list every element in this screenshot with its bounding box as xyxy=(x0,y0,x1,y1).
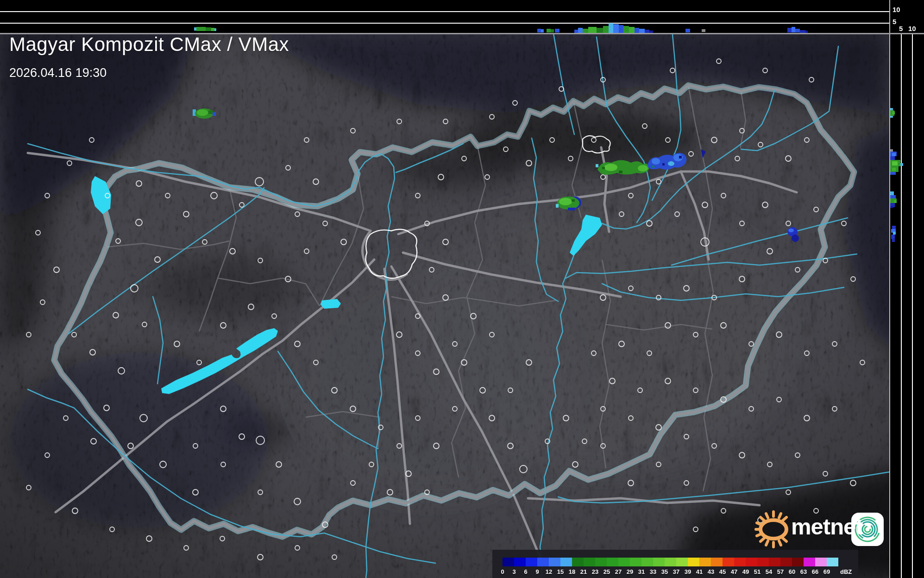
legend-segment xyxy=(572,558,584,566)
radar-echo xyxy=(568,208,575,210)
radar-echo xyxy=(619,171,622,173)
legend-segment xyxy=(618,558,630,566)
lake-velence xyxy=(321,299,341,309)
legend-segment xyxy=(653,558,665,566)
legend-tick-label: 23 xyxy=(589,568,601,575)
legend-segment xyxy=(827,558,838,566)
top-profile-5km-line xyxy=(0,23,889,24)
legend-tick-label: 18 xyxy=(566,568,578,575)
legend-tick-label: 39 xyxy=(682,568,694,575)
radar-echo xyxy=(208,110,213,114)
right-profile-10km-line xyxy=(912,33,913,578)
radar-echo xyxy=(604,164,617,171)
legend-segment xyxy=(676,558,688,566)
legend-tick-label: 63 xyxy=(798,568,810,575)
right-profile-strip xyxy=(890,0,924,578)
legend-segment xyxy=(780,558,792,566)
legend-tick-label: 45 xyxy=(717,568,729,575)
radar-echo xyxy=(559,198,572,205)
radar-echo xyxy=(652,165,654,168)
legend-segment xyxy=(734,558,746,566)
radar-echo xyxy=(792,235,799,242)
top-profile-10km-line xyxy=(0,11,889,12)
map-right-divider xyxy=(889,0,890,578)
legend-tick-label: 31 xyxy=(635,568,647,575)
legend-tick-label: 29 xyxy=(624,568,636,575)
radar-app-window: 10 5 5 10 Magyar Kompozit CMax / VMax 20… xyxy=(0,0,924,578)
legend-tick-label: 25 xyxy=(601,568,613,575)
legend-segment xyxy=(584,558,595,566)
legend-tick-label: 57 xyxy=(774,568,786,575)
legend-segment xyxy=(537,558,549,566)
legend-segment xyxy=(560,558,572,566)
legend-tick-label: 6 xyxy=(520,568,532,575)
legend-segment xyxy=(595,558,607,566)
top-profile-strip xyxy=(0,0,889,33)
radar-echo xyxy=(213,112,216,116)
top-axis-label-10: 10 xyxy=(893,6,900,13)
legend-segment xyxy=(815,558,827,566)
legend-tick-label: 49 xyxy=(740,568,752,575)
legend-tick-label: 51 xyxy=(751,568,763,575)
legend-segment xyxy=(630,558,641,566)
legend-segment xyxy=(665,558,676,566)
radar-echo xyxy=(602,167,605,169)
page-title: Magyar Kompozit CMax / VMax xyxy=(9,33,289,56)
legend-tick-label: 47 xyxy=(728,568,740,575)
legend-tick-label: 60 xyxy=(786,568,798,575)
radar-echo xyxy=(662,163,665,165)
dbz-unit-label: dBZ xyxy=(840,568,852,575)
radar-echo xyxy=(638,165,648,171)
radar-echo xyxy=(556,204,559,208)
legend-tick-label: 9 xyxy=(531,568,543,575)
right-axis-label-10: 10 xyxy=(908,25,916,32)
top-axis-label-5: 5 xyxy=(893,18,896,25)
legend-segment xyxy=(769,558,780,566)
legend-segment xyxy=(804,558,815,566)
legend-tick-label: 0 xyxy=(497,568,509,575)
legend-segment xyxy=(688,558,699,566)
legend-tick-label: 21 xyxy=(578,568,590,575)
radar-echo xyxy=(679,156,682,159)
legend-segment xyxy=(711,558,723,566)
legend-tick-label: 54 xyxy=(763,568,775,575)
timestamp: 2026.04.16 19:30 xyxy=(9,66,107,80)
sun-icon xyxy=(756,512,786,547)
logo-text: metnet xyxy=(791,514,863,540)
radar-map-canvas xyxy=(0,0,924,578)
radar-echo xyxy=(197,109,208,116)
legend-tick-label: 66 xyxy=(809,568,821,575)
legend-tick-label: 3 xyxy=(508,568,520,575)
legend-tick-label: 43 xyxy=(705,568,717,575)
dbz-legend: dBZ 036912151821232527293133353739414345… xyxy=(492,550,858,578)
legend-segment xyxy=(549,558,560,566)
legend-segment xyxy=(792,558,804,566)
legend-tick-label: 41 xyxy=(693,568,705,575)
legend-segment xyxy=(757,558,769,566)
legend-segment xyxy=(514,558,526,566)
legend-tick-label: 27 xyxy=(612,568,624,575)
legend-tick-label: 37 xyxy=(670,568,682,575)
legend-tick-label: 33 xyxy=(647,568,659,575)
legend-segment xyxy=(607,558,618,566)
legend-tick-label: 15 xyxy=(554,568,566,575)
legend-tick-label: 69 xyxy=(821,568,833,575)
legend-segment xyxy=(503,558,514,566)
metnet-logo: metnet xyxy=(750,505,889,552)
radar-echo xyxy=(652,158,660,165)
right-profile-5km-line xyxy=(901,33,902,578)
legend-segment xyxy=(723,558,734,566)
radar-echo xyxy=(572,199,575,202)
right-axis-label-5: 5 xyxy=(899,25,903,32)
legend-segment xyxy=(699,558,711,566)
radar-echo xyxy=(668,161,674,166)
legend-segment xyxy=(746,558,757,566)
radar-echo xyxy=(596,164,598,167)
legend-tick-label: 35 xyxy=(659,568,671,575)
radar-echo xyxy=(788,229,794,232)
legend-segment xyxy=(641,558,653,566)
legend-tick-label: 12 xyxy=(543,568,555,575)
legend-segment xyxy=(526,558,537,566)
